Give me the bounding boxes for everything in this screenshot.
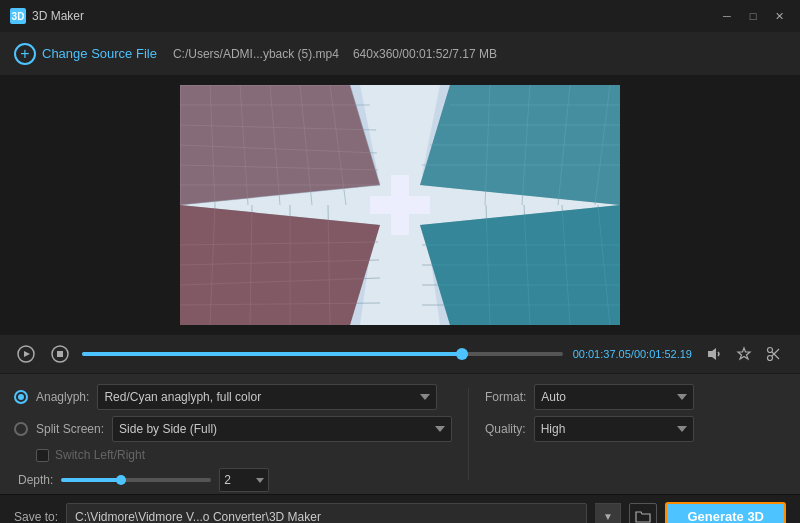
time-display: 00:01:37.05/00:01:52.19 — [573, 348, 692, 360]
split-radio[interactable] — [14, 422, 28, 436]
generate-3d-button[interactable]: Generate 3D — [665, 502, 786, 524]
depth-value-select[interactable]: 2 1 3 4 5 — [219, 468, 269, 492]
video-preview — [180, 85, 620, 325]
svg-marker-48 — [24, 351, 30, 357]
change-source-label: Change Source File — [42, 46, 157, 61]
preview-svg — [180, 85, 620, 325]
anaglyph-radio[interactable] — [14, 390, 28, 404]
play-icon — [17, 345, 35, 363]
minimize-button[interactable]: ─ — [716, 5, 738, 27]
title-left: 3D 3D Maker — [10, 8, 84, 24]
open-folder-button[interactable] — [629, 503, 657, 524]
close-button[interactable]: ✕ — [768, 5, 790, 27]
svg-marker-51 — [708, 348, 716, 360]
svg-point-54 — [768, 356, 773, 361]
stop-icon — [51, 345, 69, 363]
split-select[interactable]: Side by Side (Full) Side by Side (Half) … — [112, 416, 452, 442]
format-select[interactable]: Auto MP4 MKV AVI — [534, 384, 694, 410]
progress-bar[interactable] — [82, 352, 563, 356]
quality-row: Quality: High Medium Low — [485, 416, 786, 442]
play-button[interactable] — [14, 342, 38, 366]
format-row: Format: Auto MP4 MKV AVI — [485, 384, 786, 410]
depth-row: Depth: 2 1 3 4 5 — [14, 468, 452, 492]
svg-marker-2 — [360, 185, 440, 325]
depth-label: Depth: — [18, 473, 53, 487]
svg-marker-16 — [180, 85, 380, 205]
depth-slider[interactable] — [61, 478, 211, 482]
scissors-button[interactable] — [762, 342, 786, 366]
app-title: 3D Maker — [32, 9, 84, 23]
svg-marker-46 — [420, 205, 620, 325]
volume-button[interactable] — [702, 342, 726, 366]
svg-marker-36 — [180, 205, 380, 325]
star-button[interactable] — [732, 342, 756, 366]
left-settings: Anaglyph: Red/Cyan anaglyph, full color … — [14, 384, 452, 484]
volume-icon — [705, 345, 723, 363]
file-info: C:/Users/ADMI...yback (5).mp4 640x360/00… — [173, 47, 497, 61]
settings-panel: Anaglyph: Red/Cyan anaglyph, full color … — [0, 374, 800, 494]
anaglyph-select[interactable]: Red/Cyan anaglyph, full color Red/Cyan a… — [97, 384, 437, 410]
title-bar: 3D 3D Maker ─ □ ✕ — [0, 0, 800, 32]
depth-thumb — [116, 475, 126, 485]
switch-lr-checkbox[interactable] — [36, 449, 49, 462]
switch-lr-label: Switch Left/Right — [55, 448, 145, 462]
svg-marker-52 — [738, 348, 750, 359]
vertical-divider — [468, 388, 469, 480]
stop-button[interactable] — [48, 342, 72, 366]
folder-icon — [635, 510, 651, 524]
scissors-icon — [765, 345, 783, 363]
file-details: 640x360/00:01:52/7.17 MB — [353, 47, 497, 61]
anaglyph-row: Anaglyph: Red/Cyan anaglyph, full color … — [14, 384, 452, 410]
progress-thumb — [456, 348, 468, 360]
window-controls: ─ □ ✕ — [716, 5, 790, 27]
split-screen-row: Split Screen: Side by Side (Full) Side b… — [14, 416, 452, 442]
star-icon — [735, 345, 753, 363]
switch-lr-row: Switch Left/Right — [14, 448, 452, 462]
save-path-input[interactable] — [66, 503, 587, 524]
change-source-button[interactable]: + Change Source File — [14, 43, 157, 65]
maximize-button[interactable]: □ — [742, 5, 764, 27]
file-path: C:/Users/ADMI...yback (5).mp4 — [173, 47, 339, 61]
progress-fill — [82, 352, 462, 356]
controls-bar: 00:01:37.05/00:01:52.19 — [0, 334, 800, 374]
time-current: 00:01:37.05 — [573, 348, 631, 360]
svg-marker-26 — [420, 85, 620, 205]
preview-area — [0, 76, 800, 334]
toolbar: + Change Source File C:/Users/ADMI...yba… — [0, 32, 800, 76]
format-label: Format: — [485, 390, 526, 404]
quality-select[interactable]: High Medium Low — [534, 416, 694, 442]
control-icons — [702, 342, 786, 366]
anaglyph-label: Anaglyph: — [36, 390, 89, 404]
save-to-label: Save to: — [14, 510, 58, 524]
split-label: Split Screen: — [36, 422, 104, 436]
svg-point-53 — [768, 348, 773, 353]
bottom-bar: Save to: ▼ Generate 3D — [0, 494, 800, 523]
svg-rect-50 — [57, 351, 63, 357]
save-path-dropdown-button[interactable]: ▼ — [595, 503, 621, 524]
right-settings: Format: Auto MP4 MKV AVI Quality: High M… — [485, 384, 786, 484]
app-icon: 3D — [10, 8, 26, 24]
time-total: 00:01:52.19 — [634, 348, 692, 360]
quality-label: Quality: — [485, 422, 526, 436]
plus-circle-icon: + — [14, 43, 36, 65]
